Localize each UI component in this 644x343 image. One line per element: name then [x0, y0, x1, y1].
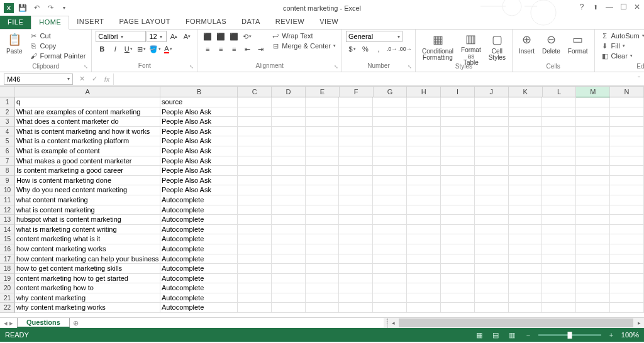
- cell[interactable]: q: [15, 97, 160, 107]
- cell[interactable]: [509, 274, 543, 284]
- cell[interactable]: [407, 185, 441, 195]
- cancel-formula-icon[interactable]: ✕: [75, 74, 88, 85]
- tab-formulas[interactable]: FORMULAS: [178, 16, 234, 29]
- border-button[interactable]: ⊞▾: [135, 43, 148, 55]
- cell[interactable]: [407, 225, 441, 235]
- cell[interactable]: [373, 136, 407, 146]
- cell[interactable]: [475, 176, 509, 186]
- cell[interactable]: [610, 205, 644, 215]
- col-header-G[interactable]: G: [374, 87, 408, 97]
- cell[interactable]: [542, 274, 576, 284]
- cell[interactable]: [272, 97, 306, 107]
- cell[interactable]: [542, 215, 576, 225]
- cell[interactable]: [238, 117, 272, 127]
- font-name-combo[interactable]: Calibri▾: [96, 31, 146, 42]
- cell[interactable]: [576, 215, 610, 225]
- cell[interactable]: [509, 234, 543, 244]
- row-header[interactable]: 3: [0, 117, 15, 127]
- cell[interactable]: [272, 283, 306, 293]
- cell[interactable]: [373, 176, 407, 186]
- align-right-icon[interactable]: ≡: [228, 43, 240, 55]
- row-header[interactable]: 9: [0, 176, 15, 186]
- decrease-decimal-icon[interactable]: .00→: [399, 43, 411, 55]
- tab-insert[interactable]: INSERT: [69, 16, 111, 29]
- cell[interactable]: [238, 146, 272, 156]
- insert-cells-button[interactable]: ⊕Insert: [516, 31, 537, 62]
- name-box[interactable]: M46▾: [4, 74, 73, 85]
- cell[interactable]: [339, 225, 373, 235]
- cell[interactable]: [475, 293, 509, 303]
- cell[interactable]: [373, 127, 407, 137]
- cell[interactable]: [272, 156, 306, 166]
- cell[interactable]: Autocomplete: [160, 293, 238, 303]
- cell[interactable]: [610, 254, 644, 264]
- cell[interactable]: [272, 107, 306, 117]
- clipboard-launcher-icon[interactable]: ⤡: [84, 64, 90, 70]
- cell[interactable]: [576, 146, 610, 156]
- select-all-corner[interactable]: [0, 87, 15, 97]
- cell[interactable]: [306, 166, 340, 176]
- cell[interactable]: [306, 254, 340, 264]
- alignment-launcher-icon[interactable]: ⤡: [334, 64, 340, 70]
- sheet-tab-active[interactable]: Questions: [17, 318, 70, 328]
- cell[interactable]: People Also Ask: [160, 146, 238, 156]
- cell[interactable]: content marketing how to get started: [15, 274, 160, 284]
- cell[interactable]: Autocomplete: [160, 274, 238, 284]
- col-header-N[interactable]: N: [610, 87, 644, 97]
- row-header[interactable]: 7: [0, 156, 15, 166]
- conditional-formatting-button[interactable]: ▦Conditional Formatting: [419, 31, 456, 62]
- cell[interactable]: People Also Ask: [160, 156, 238, 166]
- cell[interactable]: what is marketing content writing: [15, 225, 160, 235]
- scroll-left-icon[interactable]: ◂: [388, 318, 398, 328]
- expand-formula-icon[interactable]: ˇ: [634, 75, 644, 83]
- cell[interactable]: [238, 303, 272, 313]
- cell[interactable]: [610, 225, 644, 235]
- cell[interactable]: Autocomplete: [160, 264, 238, 274]
- cell[interactable]: [576, 166, 610, 176]
- autosum-button[interactable]: ΣAutoSum▾: [599, 31, 644, 41]
- cell[interactable]: [610, 136, 644, 146]
- cell[interactable]: [610, 264, 644, 274]
- bold-button[interactable]: B: [96, 43, 108, 55]
- cell[interactable]: [306, 156, 340, 166]
- cell[interactable]: content marketing what is it: [15, 234, 160, 244]
- cell[interactable]: [509, 254, 543, 264]
- hscroll-thumb[interactable]: [399, 318, 633, 327]
- cell[interactable]: [272, 234, 306, 244]
- cell[interactable]: [509, 127, 543, 137]
- format-painter-button[interactable]: 🖌Format Painter: [28, 51, 88, 61]
- row-header[interactable]: 20: [0, 283, 15, 293]
- increase-indent-icon[interactable]: ⇥: [254, 43, 267, 55]
- cell[interactable]: [272, 205, 306, 215]
- cell[interactable]: [373, 234, 407, 244]
- cell[interactable]: [407, 283, 441, 293]
- cell[interactable]: [542, 97, 576, 107]
- cell[interactable]: [306, 274, 340, 284]
- cell[interactable]: [339, 254, 373, 264]
- cell[interactable]: [272, 185, 306, 195]
- cell[interactable]: [475, 146, 509, 156]
- cell[interactable]: [407, 274, 441, 284]
- cell[interactable]: [238, 185, 272, 195]
- cell[interactable]: [306, 107, 340, 117]
- format-cells-button[interactable]: ▭Format: [565, 31, 591, 62]
- cell[interactable]: [306, 127, 340, 137]
- cell[interactable]: [339, 274, 373, 284]
- cell[interactable]: [238, 136, 272, 146]
- cell[interactable]: [475, 274, 509, 284]
- cell[interactable]: [509, 97, 543, 107]
- italic-button[interactable]: I: [109, 43, 121, 55]
- qat-customize-icon[interactable]: ▾: [58, 2, 70, 14]
- cell[interactable]: People Also Ask: [160, 166, 238, 176]
- row-header[interactable]: 10: [0, 185, 15, 195]
- scroll-right-icon[interactable]: ▸: [634, 318, 644, 328]
- cell[interactable]: [475, 107, 509, 117]
- cell[interactable]: [509, 136, 543, 146]
- cell[interactable]: [238, 97, 272, 107]
- cell[interactable]: source: [160, 97, 238, 107]
- cell[interactable]: [509, 303, 543, 313]
- cell[interactable]: [509, 185, 543, 195]
- tab-data[interactable]: DATA: [234, 16, 268, 29]
- cell[interactable]: [339, 185, 373, 195]
- minimize-icon[interactable]: —: [604, 1, 615, 13]
